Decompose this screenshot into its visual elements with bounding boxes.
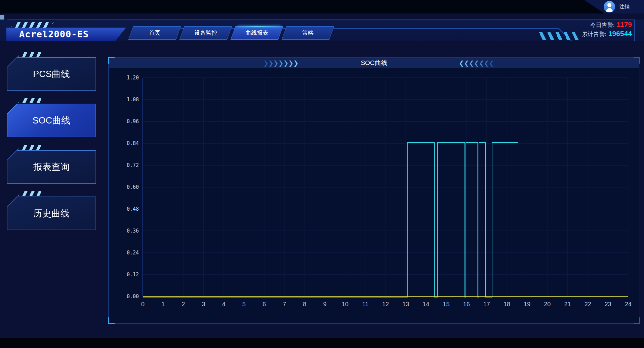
header-ribbon: Acrel2000-ES 首页 设备监控 曲线报表 策略 今日告警:1179 累… xyxy=(0,19,644,41)
sidebar-item-label: SOC曲线 xyxy=(7,104,96,137)
svg-text:18: 18 xyxy=(504,301,510,308)
sidebar-button-face: SOC曲线 xyxy=(7,104,96,137)
tab-strategy[interactable]: 策略 xyxy=(282,26,334,40)
svg-text:22: 22 xyxy=(585,301,591,308)
svg-text:24: 24 xyxy=(625,301,632,308)
svg-text:0.24: 0.24 xyxy=(127,250,139,256)
svg-text:4: 4 xyxy=(222,301,226,308)
tab-label: 策略 xyxy=(284,27,331,39)
today-alarm-row: 今日告警:1179 xyxy=(582,20,632,29)
svg-text:8: 8 xyxy=(303,301,306,308)
svg-text:0.60: 0.60 xyxy=(127,184,139,190)
hazard-stripes-icon xyxy=(17,191,45,196)
avatar-head-shape xyxy=(607,3,611,7)
alarm-stripes-icon xyxy=(534,32,579,40)
app-logo-text: Acrel2000-ES xyxy=(6,28,126,41)
app-logo: Acrel2000-ES xyxy=(6,28,126,41)
svg-text:16: 16 xyxy=(463,301,470,308)
svg-text:17: 17 xyxy=(483,301,490,308)
svg-text:0.36: 0.36 xyxy=(127,228,139,234)
sidebar-button[interactable]: 报表查询 xyxy=(7,150,96,184)
series-SOC xyxy=(143,142,518,297)
svg-text:0.12: 0.12 xyxy=(127,272,139,278)
tab-label: 首页 xyxy=(131,27,178,39)
svg-text:1.20: 1.20 xyxy=(127,75,139,81)
svg-text:19: 19 xyxy=(524,301,530,308)
chevrons-right-icon: ❯❯❯❯❯❯❯ xyxy=(263,58,298,68)
panel-title: SOC曲线 xyxy=(109,58,639,68)
svg-text:9: 9 xyxy=(323,301,326,308)
total-alarm-row: 累计告警:196544 xyxy=(582,29,632,38)
svg-text:0.48: 0.48 xyxy=(127,206,139,212)
user-avatar-icon[interactable] xyxy=(604,1,615,12)
sidebar-button[interactable]: 历史曲线 xyxy=(7,197,96,230)
today-alarm-label: 今日告警: xyxy=(590,22,615,28)
soc-chart: 0123456789101112131415161718192021222324… xyxy=(109,58,640,324)
logout-button[interactable]: 注销 xyxy=(619,4,630,10)
svg-text:6: 6 xyxy=(263,301,266,308)
total-alarm-label: 累计告警: xyxy=(582,31,606,37)
svg-text:15: 15 xyxy=(443,301,449,308)
soc-curve-panel: 0123456789101112131415161718192021222324… xyxy=(108,57,640,324)
svg-text:1: 1 xyxy=(161,301,165,308)
svg-text:3: 3 xyxy=(202,301,205,308)
sidebar-button[interactable]: PCS曲线 xyxy=(7,57,96,91)
sidebar-item-label: 历史曲线 xyxy=(7,197,96,230)
sidebar-button-face: PCS曲线 xyxy=(7,58,96,91)
svg-text:5: 5 xyxy=(242,301,246,308)
svg-text:13: 13 xyxy=(402,301,409,308)
svg-text:12: 12 xyxy=(382,301,389,308)
today-alarm-value: 1179 xyxy=(616,21,632,28)
sidebar-item-soc-curve[interactable]: SOC曲线 xyxy=(7,98,96,137)
alarm-summary: 今日告警:1179 累计告警:196544 xyxy=(582,20,632,38)
sidebar-item-pcs-curve[interactable]: PCS曲线 xyxy=(7,52,96,91)
svg-text:10: 10 xyxy=(342,301,349,308)
svg-text:11: 11 xyxy=(362,301,368,308)
svg-text:0.96: 0.96 xyxy=(127,118,139,125)
hazard-stripes-icon xyxy=(17,98,45,103)
tab-curve-report[interactable]: 曲线报表 xyxy=(231,26,283,40)
svg-text:1.08: 1.08 xyxy=(127,97,139,103)
chevrons-left-icon: ❮❮❮❮❮❮❮ xyxy=(459,58,494,68)
tab-device-monitor[interactable]: 设备监控 xyxy=(179,26,232,40)
sidebar-button-face: 历史曲线 xyxy=(7,197,96,230)
sidebar-item-label: 报表查询 xyxy=(7,151,96,183)
tab-label: 曲线报表 xyxy=(233,27,280,39)
sidebar-item-history-curve[interactable]: 历史曲线 xyxy=(7,191,96,230)
hazard-stripes-icon xyxy=(17,52,45,57)
svg-text:23: 23 xyxy=(605,301,611,308)
sidebar-item-label: PCS曲线 xyxy=(7,58,96,91)
sidebar-item-report-query[interactable]: 报表查询 xyxy=(7,145,96,184)
sidebar-button[interactable]: SOC曲线 xyxy=(7,104,96,137)
svg-text:0: 0 xyxy=(141,301,145,308)
svg-text:0.72: 0.72 xyxy=(127,162,139,168)
tab-label: 设备监控 xyxy=(182,27,229,39)
hazard-stripes-icon xyxy=(17,145,45,150)
svg-text:20: 20 xyxy=(544,301,551,308)
svg-text:0.00: 0.00 xyxy=(127,293,139,300)
svg-text:7: 7 xyxy=(283,301,286,308)
bottom-bar xyxy=(0,338,644,348)
tab-home[interactable]: 首页 xyxy=(128,26,181,40)
top-bar: 注销 xyxy=(0,0,644,13)
svg-text:21: 21 xyxy=(564,301,571,308)
svg-text:0.84: 0.84 xyxy=(127,140,139,146)
sidebar-button-face: 报表查询 xyxy=(7,151,96,183)
hazard-stripes-icon xyxy=(11,22,54,28)
total-alarm-value: 196544 xyxy=(608,30,632,37)
svg-text:14: 14 xyxy=(422,301,429,308)
panel-title-bar: ❯❯❯❯❯❯❯ SOC曲线 ❮❮❮❮❮❮❮ xyxy=(109,58,639,68)
avatar-body-shape xyxy=(606,8,613,12)
svg-text:2: 2 xyxy=(182,301,185,308)
